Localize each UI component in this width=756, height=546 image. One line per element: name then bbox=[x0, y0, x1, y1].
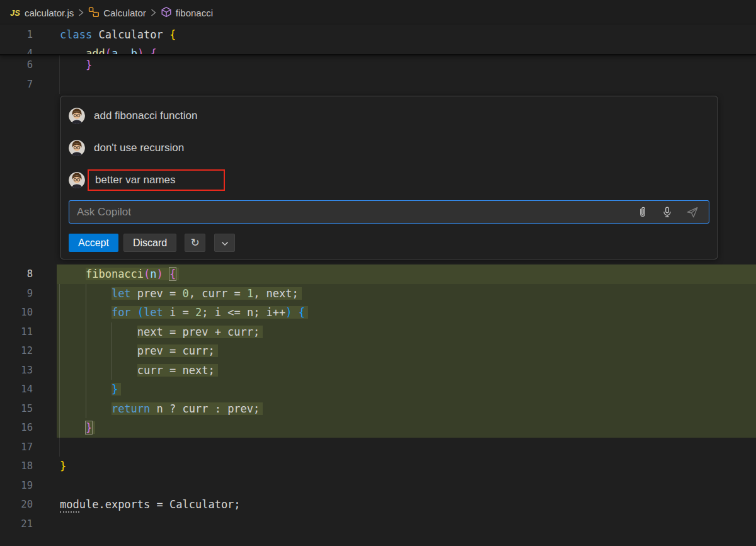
chat-message-text: add fibonacci function bbox=[94, 110, 197, 122]
code-text bbox=[57, 75, 756, 94]
code-text: prev = curr; bbox=[57, 341, 756, 361]
code-text: } bbox=[57, 380, 756, 399]
editor-lines-top: 6 }7 bbox=[0, 55, 756, 94]
line-number: 19 bbox=[0, 476, 57, 496]
code-text: return n ? curr : prev; bbox=[57, 399, 756, 419]
regenerate-button[interactable]: ↻ bbox=[185, 234, 205, 252]
code-line-21[interactable]: 21 bbox=[0, 515, 756, 534]
inline-chat-actions: Accept Discard ↻ bbox=[69, 234, 709, 252]
line-number: 1 bbox=[0, 25, 57, 44]
chevron-right-icon bbox=[151, 8, 156, 17]
breadcrumb-file-label: calculator.js bbox=[25, 8, 74, 18]
microphone-icon[interactable] bbox=[661, 206, 673, 219]
code-text: add(a, b) { bbox=[57, 44, 756, 55]
send-icon[interactable] bbox=[685, 205, 699, 219]
code-line-4[interactable]: 4 add(a, b) { bbox=[0, 44, 756, 55]
breadcrumb-class-label: Calculator bbox=[103, 8, 146, 18]
line-number: 17 bbox=[0, 438, 57, 457]
code-line-14[interactable]: 14 } bbox=[0, 380, 756, 399]
breadcrumb-symbol[interactable]: fibonacci bbox=[161, 6, 213, 20]
editor-lines-bottom: 8 fibonacci(n) {9 let prev = 0, curr = 1… bbox=[0, 264, 756, 533]
code-line-10[interactable]: 10 for (let i = 2; i <= n; i++) { bbox=[0, 303, 756, 322]
breadcrumb-symbol-label: fibonacci bbox=[176, 8, 213, 18]
line-number: 11 bbox=[0, 322, 57, 342]
chat-history: add fibonacci function don't use recursi… bbox=[69, 104, 709, 191]
code-text bbox=[57, 515, 756, 534]
code-line-8[interactable]: 8 fibonacci(n) { bbox=[0, 264, 756, 284]
code-line-12[interactable]: 12 prev = curr; bbox=[0, 341, 756, 361]
line-number: 15 bbox=[0, 399, 57, 419]
line-number: 21 bbox=[0, 515, 57, 534]
method-symbol-icon bbox=[161, 6, 172, 20]
chat-message-text: don't use recursion bbox=[94, 142, 184, 154]
line-number: 9 bbox=[0, 284, 57, 304]
ask-copilot-input[interactable] bbox=[69, 201, 636, 223]
code-line-16[interactable]: 16 } bbox=[0, 418, 756, 438]
code-text: curr = next; bbox=[57, 361, 756, 380]
line-number: 14 bbox=[0, 380, 57, 399]
code-text: } bbox=[57, 418, 756, 438]
line-number: 10 bbox=[0, 303, 57, 322]
user-avatar bbox=[69, 172, 85, 188]
code-text: for (let i = 2; i <= n; i++) { bbox=[57, 303, 756, 322]
user-avatar bbox=[69, 108, 85, 124]
code-line-17[interactable]: 17 bbox=[0, 438, 756, 457]
line-number: 12 bbox=[0, 341, 57, 361]
red-annotation-box: better var names bbox=[88, 169, 225, 191]
code-line-20[interactable]: 20module.exports = Calculator; bbox=[0, 495, 756, 515]
line-number: 20 bbox=[0, 495, 57, 515]
line-number: 6 bbox=[0, 55, 57, 75]
line-number: 18 bbox=[0, 457, 57, 476]
ask-copilot-inputbox bbox=[69, 200, 709, 224]
line-number: 13 bbox=[0, 361, 57, 380]
code-line-7[interactable]: 7 bbox=[0, 75, 756, 94]
code-text bbox=[57, 476, 756, 496]
code-text: } bbox=[57, 55, 756, 75]
code-text bbox=[57, 438, 756, 457]
discard-button[interactable]: Discard bbox=[123, 234, 176, 252]
code-text: next = prev + curr; bbox=[57, 322, 756, 342]
code-text: class Calculator { bbox=[57, 25, 756, 44]
chevron-down-icon bbox=[221, 237, 229, 249]
code-line-18[interactable]: 18} bbox=[0, 457, 756, 476]
code-line-13[interactable]: 13 curr = next; bbox=[0, 361, 756, 380]
code-line-11[interactable]: 11 next = prev + curr; bbox=[0, 322, 756, 342]
code-text: module.exports = Calculator; bbox=[57, 495, 756, 515]
code-text: fibonacci(n) { bbox=[57, 264, 756, 284]
breadcrumb-file[interactable]: calculator.js bbox=[25, 8, 74, 18]
breadcrumb-class[interactable]: Calculator bbox=[88, 6, 146, 20]
chat-message: add fibonacci function bbox=[69, 104, 709, 127]
line-number: 8 bbox=[0, 264, 57, 284]
code-text: } bbox=[57, 457, 756, 476]
code-line-15[interactable]: 15 return n ? curr : prev; bbox=[0, 399, 756, 419]
code-line-1[interactable]: 1class Calculator { bbox=[0, 25, 756, 44]
sticky-scroll[interactable]: 1class Calculator {4 add(a, b) { bbox=[0, 25, 756, 55]
code-text: let prev = 0, curr = 1, next; bbox=[57, 284, 756, 304]
code-line-19[interactable]: 19 bbox=[0, 476, 756, 496]
line-number: 4 bbox=[0, 44, 57, 55]
code-line-6[interactable]: 6 } bbox=[0, 55, 756, 75]
more-actions-button[interactable] bbox=[214, 234, 235, 252]
line-number: 16 bbox=[0, 418, 57, 438]
attach-paperclip-icon[interactable] bbox=[636, 206, 649, 219]
chevron-right-icon bbox=[78, 8, 84, 17]
accept-button[interactable]: Accept bbox=[69, 234, 118, 252]
copilot-inline-chat-widget: add fibonacci function don't use recursi… bbox=[60, 96, 718, 259]
js-file-icon: JS bbox=[10, 8, 20, 18]
user-avatar bbox=[69, 140, 85, 156]
chat-message: don't use recursion bbox=[69, 136, 709, 159]
line-number: 7 bbox=[0, 75, 57, 94]
chat-message-text: better var names bbox=[95, 174, 176, 186]
code-line-9[interactable]: 9 let prev = 0, curr = 1, next; bbox=[0, 284, 756, 304]
class-symbol-icon bbox=[88, 6, 100, 20]
breadcrumb: JS calculator.js Calculator fibonacci bbox=[0, 0, 756, 25]
refresh-icon: ↻ bbox=[191, 236, 200, 249]
chat-message: better var names bbox=[69, 168, 709, 191]
